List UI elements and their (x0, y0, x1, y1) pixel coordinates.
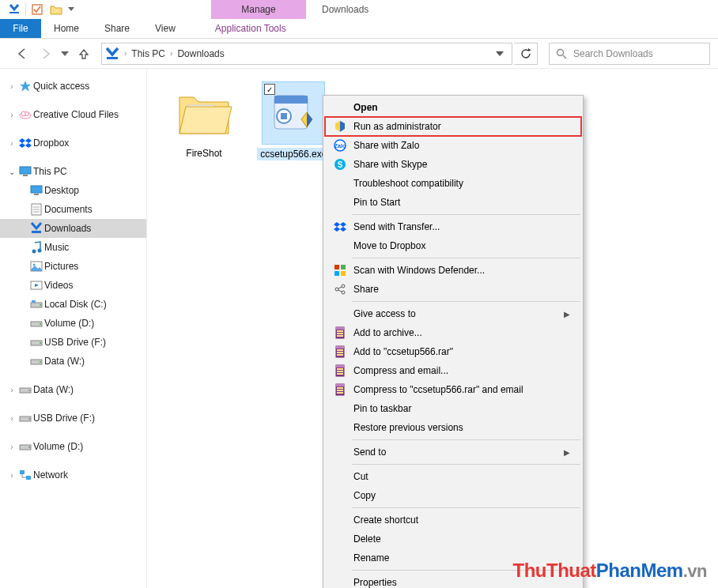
item-icon (28, 356, 44, 366)
breadcrumb-this-pc[interactable]: This PC (128, 48, 168, 59)
qat-properties-icon[interactable] (28, 1, 47, 18)
context-item-open[interactable]: Open (325, 98, 581, 117)
context-item-give-access-to[interactable]: Give access to▶ (325, 304, 581, 323)
tree-volume-d[interactable]: ›Volume (D:) (0, 437, 146, 456)
svg-point-32 (28, 390, 30, 391)
svg-point-58 (342, 291, 345, 294)
tree-child-documents[interactable]: Documents (0, 200, 146, 219)
svg-rect-75 (337, 373, 343, 375)
context-item-send-with-transfer[interactable]: Send with Transfer... (325, 217, 581, 236)
breadcrumb-downloads[interactable]: Downloads (174, 48, 227, 59)
ribbon-tab-view[interactable]: View (142, 19, 188, 38)
item-icon (28, 185, 44, 196)
tree-data-w[interactable]: ›Data (W:) (0, 380, 146, 399)
chevron-right-icon: ▶ (564, 310, 570, 318)
context-item-share-with-skype[interactable]: SShare with Skype (325, 155, 581, 174)
tree-child-videos[interactable]: Videos (0, 276, 146, 295)
defender-icon (331, 264, 349, 277)
svg-rect-37 (20, 470, 25, 474)
chevron-right-icon[interactable]: › (123, 49, 128, 58)
drive-icon (17, 385, 33, 394)
ribbon-tab-share[interactable]: Share (92, 19, 142, 38)
context-item-restore-previous-versions[interactable]: Restore previous versions (325, 418, 581, 437)
context-item-compress-to-ccsetup566-rar-and-email[interactable]: Compress to "ccsetup566.rar" and email (325, 380, 581, 399)
context-item-share[interactable]: Share (325, 280, 581, 299)
context-item-cut[interactable]: Cut (325, 467, 581, 486)
qat-customize-icon[interactable] (66, 1, 77, 18)
selection-check-icon[interactable]: ✓ (264, 84, 275, 95)
context-item-delete[interactable]: Delete (325, 530, 581, 548)
svg-point-26 (40, 323, 41, 325)
tree-usb-f[interactable]: ›USB Drive (F:) (0, 409, 146, 428)
context-separator (352, 258, 580, 258)
tree-child-usb-drive-f-[interactable]: USB Drive (F:) (0, 333, 146, 352)
svg-rect-70 (337, 354, 343, 356)
qat-new-folder-icon[interactable] (47, 1, 66, 18)
file-item-ccsetup[interactable]: ✓ ccsetup566.exe (254, 81, 333, 160)
svg-text:S: S (338, 160, 343, 169)
svg-point-7 (25, 112, 29, 116)
context-separator (352, 439, 580, 440)
svg-point-36 (28, 447, 30, 448)
svg-rect-16 (32, 231, 41, 233)
up-button[interactable] (73, 43, 95, 65)
svg-point-17 (32, 250, 36, 254)
svg-rect-8 (20, 167, 31, 174)
svg-rect-9 (23, 175, 28, 176)
search-box[interactable]: Search Downloads (549, 43, 710, 65)
tree-creative-cloud[interactable]: ›Creative Cloud Files (0, 105, 146, 124)
tree-quick-access[interactable]: ›Quick access (0, 77, 146, 96)
tree-child-music[interactable]: Music (0, 238, 146, 257)
context-item-add-to-archive[interactable]: Add to archive... (325, 323, 581, 342)
tree-this-pc[interactable]: ⌄This PC (0, 162, 146, 181)
tree-dropbox[interactable]: ›Dropbox (0, 134, 146, 153)
context-item-compress-and-email[interactable]: Compress and email... (325, 361, 581, 380)
ribbon-tab-home[interactable]: Home (41, 19, 92, 38)
svg-rect-72 (336, 365, 344, 368)
navbar: › This PC › Downloads Search Downloads (0, 39, 718, 69)
qat-down-arrow-icon[interactable] (5, 1, 24, 18)
tree-child-pictures[interactable]: Pictures (0, 257, 146, 276)
forward-button[interactable] (35, 43, 57, 65)
file-item-fireshot[interactable]: FireShot (164, 81, 244, 159)
context-item-scan-with-windows-defender[interactable]: Scan with Windows Defender... (325, 261, 581, 280)
context-item-run-as-administrator[interactable]: Run as administrator (325, 117, 581, 136)
context-item-add-to-ccsetup566-rar[interactable]: Add to "ccsetup566.rar" (325, 342, 581, 361)
context-item-pin-to-start[interactable]: Pin to Start (325, 193, 581, 212)
item-icon (28, 241, 44, 254)
file-label: ccsetup566.exe (257, 148, 330, 160)
ribbon-tab-application-tools[interactable]: Application Tools (202, 19, 299, 38)
tree-child-volume-d-[interactable]: Volume (D:) (0, 314, 146, 333)
drive-icon (17, 442, 33, 451)
tree-child-desktop[interactable]: Desktop (0, 181, 146, 200)
address-dropdown-icon[interactable] (491, 51, 508, 56)
drive-icon (17, 413, 33, 423)
svg-point-3 (557, 49, 564, 55)
zalo-icon: Zalo (331, 139, 349, 152)
ribbon-file-tab[interactable]: File (0, 19, 41, 38)
chevron-right-icon[interactable]: › (168, 49, 174, 58)
context-item-troubleshoot-compatibility[interactable]: Troubleshoot compatibility (325, 174, 581, 193)
tree-child-data-w-[interactable]: Data (W:) (0, 352, 146, 371)
ribbon: File Home Share View Application Tools (0, 19, 718, 39)
context-item-copy[interactable]: Copy (325, 486, 581, 505)
back-button[interactable] (11, 43, 33, 65)
folder-icon (172, 81, 236, 145)
rar-icon (331, 383, 349, 396)
watermark: ThuThuatPhanMem.vn (513, 560, 707, 582)
recent-button[interactable] (59, 43, 71, 65)
svg-rect-55 (341, 271, 346, 276)
svg-rect-73 (337, 368, 343, 370)
computer-icon (17, 166, 33, 177)
context-item-create-shortcut[interactable]: Create shortcut (325, 511, 581, 530)
address-bar[interactable]: › This PC › Downloads (101, 43, 512, 65)
context-item-send-to[interactable]: Send to▶ (325, 443, 581, 462)
context-item-pin-to-taskbar[interactable]: Pin to taskbar (325, 399, 581, 418)
context-item-move-to-dropbox[interactable]: Move to Dropbox (325, 236, 581, 255)
refresh-button[interactable] (514, 43, 538, 65)
tree-network[interactable]: ›Network (0, 466, 146, 484)
svg-rect-54 (334, 271, 339, 276)
tree-child-local-disk-c-[interactable]: Local Disk (C:) (0, 295, 146, 314)
tree-child-downloads[interactable]: Downloads (0, 219, 146, 238)
context-item-share-with-zalo[interactable]: ZaloShare with Zalo (325, 136, 581, 155)
